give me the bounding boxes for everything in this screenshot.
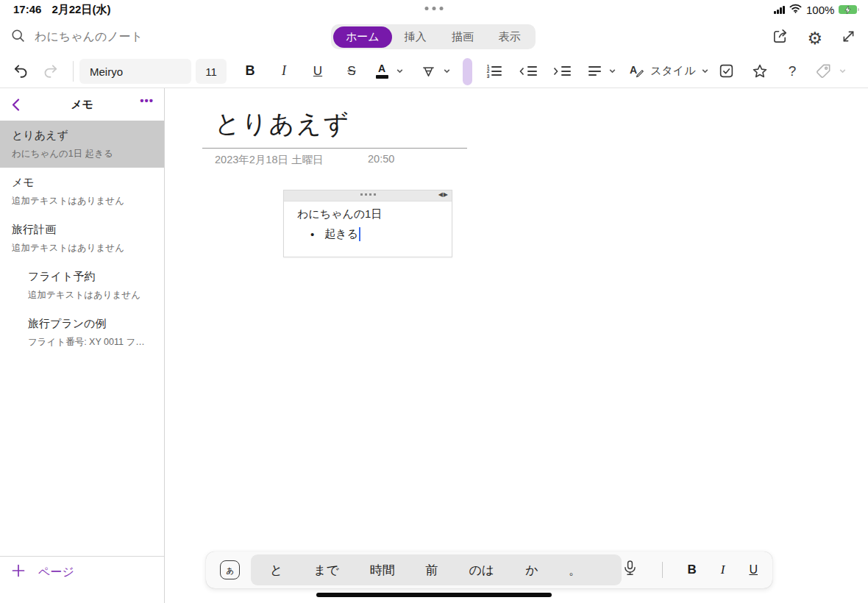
more-options-icon[interactable]: ••• <box>140 94 154 107</box>
add-page-button[interactable]: ページ <box>0 556 164 603</box>
page-canvas[interactable]: とりあえず 2023年2月18日 土曜日 20:50 ◀▶ わにちゃんの1日 •… <box>165 88 868 603</box>
note-outline-header[interactable]: ◀▶ <box>284 190 452 201</box>
page-list-item[interactable]: 旅行プランの例 フライト番号: XY 0011 フ… <box>0 309 164 356</box>
tab-insert[interactable]: 挿入 <box>392 26 439 48</box>
status-bar: 17:46 2月22日(水) 100% <box>0 0 868 19</box>
suggestion[interactable]: 。 <box>569 562 581 579</box>
suggestion[interactable]: （ <box>612 562 617 579</box>
page-item-subtitle: 追加テキストはありません <box>12 195 152 207</box>
note-bullet-item[interactable]: • 起きる <box>297 227 452 241</box>
page-item-subtitle: フライト番号: XY 0011 フ… <box>28 336 152 349</box>
indent-button[interactable] <box>549 54 574 88</box>
help-button[interactable]: ? <box>781 54 803 88</box>
bullet-icon: • <box>310 228 314 240</box>
tab-view[interactable]: 表示 <box>486 26 533 48</box>
page-time: 20:50 <box>368 153 394 165</box>
settings-gear-icon[interactable]: ⚙ <box>807 29 822 47</box>
page-item-title: とりあえず <box>12 129 152 143</box>
kana-input-mode-key[interactable]: ぁ <box>220 560 240 579</box>
page-list-item[interactable]: メモ 追加テキストはありません <box>0 168 164 215</box>
redo-button[interactable] <box>38 54 62 88</box>
styles-label: スタイル <box>650 64 695 78</box>
font-color-swatch <box>376 75 388 79</box>
keyboard-accessory-bar: ぁ と まで 時間 前 のは か 。 （ B I U <box>206 552 772 588</box>
page-item-subtitle: 追加テキストはありません <box>12 242 152 254</box>
suggestion[interactable]: 前 <box>426 562 438 579</box>
todo-checkbox-button[interactable] <box>714 54 739 88</box>
bullet-text[interactable]: 起きる <box>324 227 358 241</box>
page-list-item[interactable]: フライト予約 追加テキストはありません <box>0 262 164 309</box>
toolbar-divider <box>73 61 74 82</box>
strikethrough-button[interactable]: S <box>340 54 363 88</box>
ribbon-tabbar: ホーム 挿入 描画 表示 <box>331 24 536 49</box>
page-item-title: フライト予約 <box>28 270 152 284</box>
home-indicator[interactable] <box>316 593 552 597</box>
page-item-title: 旅行プランの例 <box>28 317 152 331</box>
battery-percent: 100% <box>806 4 834 16</box>
page-item-subtitle: 追加テキストはありません <box>28 289 152 302</box>
tab-home[interactable]: ホーム <box>333 26 392 48</box>
page-date: 2023年2月18日 土曜日 <box>215 153 323 167</box>
font-color-button[interactable]: A <box>371 54 393 88</box>
tag-chevron-icon[interactable] <box>839 54 847 88</box>
status-date: 2月22日(水) <box>51 3 110 17</box>
suggestion[interactable]: と <box>270 562 282 579</box>
page-title[interactable]: とりあえず <box>215 107 350 141</box>
underline-button[interactable]: U <box>306 54 330 88</box>
highlighter-button[interactable] <box>416 54 440 88</box>
italic-button[interactable]: I <box>272 54 296 88</box>
kbar-divider <box>662 562 664 578</box>
font-color-letter: A <box>378 63 385 74</box>
nav-row: わにちゃんのノート ホーム 挿入 描画 表示 ⚙ <box>0 19 868 54</box>
font-size-button[interactable]: 11 <box>196 59 227 84</box>
highlighter-chevron-icon[interactable] <box>443 54 451 88</box>
page-item-title: メモ <box>12 176 152 190</box>
page-list-sidebar: メモ ••• とりあえず わにちゃんの1日 起きる メモ 追加テキストはありませ… <box>0 88 165 603</box>
multitask-dots-icon[interactable] <box>425 7 444 10</box>
fullscreen-expand-icon[interactable] <box>841 29 856 47</box>
undo-button[interactable] <box>9 54 32 88</box>
tab-draw[interactable]: 描画 <box>439 26 486 48</box>
bold-button[interactable]: B <box>238 54 262 88</box>
dictation-mic-icon[interactable] <box>622 560 638 580</box>
resize-arrows-icon[interactable]: ◀▶ <box>438 191 449 198</box>
sidebar-header: メモ ••• <box>0 88 164 121</box>
kbar-italic-button[interactable]: I <box>721 563 725 577</box>
font-color-chevron-icon[interactable] <box>396 54 404 88</box>
font-name-button[interactable]: Meiryo <box>79 59 191 84</box>
title-underline <box>202 148 467 149</box>
alignment-chevron-icon[interactable] <box>608 54 616 88</box>
toolbar-scroll-pill[interactable] <box>463 58 472 85</box>
page-list-item[interactable]: 旅行計画 追加テキストはありません <box>0 215 164 262</box>
suggestion[interactable]: 時間 <box>370 562 395 579</box>
styles-button[interactable]: A スタイル <box>630 54 709 88</box>
note-outline-container[interactable]: ◀▶ わにちゃんの1日 • 起きる <box>283 190 452 257</box>
cellular-signal-icon <box>774 6 785 14</box>
status-time: 17:46 <box>13 3 41 17</box>
plus-icon <box>12 564 25 580</box>
numbered-list-button[interactable]: 123 <box>482 54 507 88</box>
suggestion[interactable]: か <box>525 562 538 579</box>
battery-icon <box>839 5 859 15</box>
styles-icon: A <box>630 64 645 78</box>
wifi-icon <box>789 3 802 16</box>
notebook-title: わにちゃんのノート <box>35 29 143 45</box>
star-tag-button[interactable] <box>747 54 772 88</box>
note-heading[interactable]: わにちゃんの1日 <box>297 207 452 221</box>
suggestion-strip: と まで 時間 前 のは か 。 （ <box>251 554 622 585</box>
search-field[interactable]: わにちゃんのノート <box>10 28 143 46</box>
suggestion[interactable]: のは <box>469 562 494 579</box>
outdent-button[interactable] <box>516 54 541 88</box>
formatting-toolbar: Meiryo 11 B I U S A 123 <box>0 54 868 88</box>
suggestion[interactable]: まで <box>313 562 339 579</box>
onenote-app: 17:46 2月22日(水) 100% <box>0 0 868 603</box>
kbar-bold-button[interactable]: B <box>687 563 696 577</box>
tag-button[interactable] <box>812 54 834 88</box>
search-icon <box>10 28 26 46</box>
share-icon[interactable] <box>772 28 789 48</box>
kbar-underline-button[interactable]: U <box>749 563 758 577</box>
alignment-button[interactable] <box>583 54 605 88</box>
page-list-item[interactable]: とりあえず わにちゃんの1日 起きる <box>0 121 164 168</box>
drag-handle-icon[interactable] <box>284 193 452 196</box>
add-page-label: ページ <box>38 565 74 580</box>
